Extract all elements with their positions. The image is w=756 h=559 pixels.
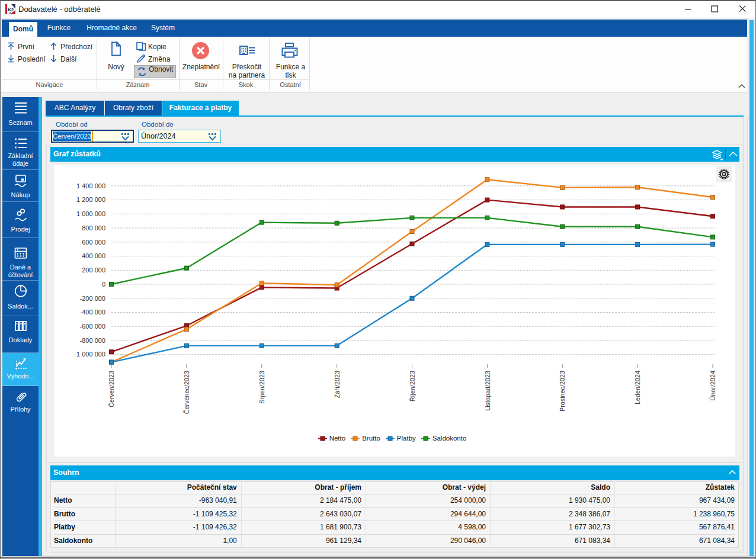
svg-text:1 000 000: 1 000 000 — [76, 210, 105, 217]
svg-text:1 200 000: 1 200 000 — [76, 196, 105, 203]
svg-text:Září/2023: Září/2023 — [334, 371, 341, 398]
svg-text:Říjen/2023: Říjen/2023 — [409, 371, 416, 401]
svg-text:Listopad/2023: Listopad/2023 — [484, 371, 491, 411]
svg-text:Leden/2024: Leden/2024 — [634, 371, 641, 404]
svg-text:Únor/2024: Únor/2024 — [709, 371, 716, 400]
svg-text:800 000: 800 000 — [82, 224, 105, 232]
svg-text:K2: K2 — [8, 7, 14, 12]
svg-text:Červenec/2023: Červenec/2023 — [183, 371, 190, 414]
svg-text:Červen/2023: Červen/2023 — [108, 371, 115, 407]
svg-text:-200 000: -200 000 — [80, 295, 105, 302]
svg-text:-600 000: -600 000 — [80, 323, 105, 330]
svg-text:Srpen/2023: Srpen/2023 — [258, 371, 265, 404]
svg-text:1 400 000: 1 400 000 — [76, 182, 105, 189]
svg-text:400 000: 400 000 — [82, 252, 105, 259]
svg-text:200 000: 200 000 — [82, 266, 105, 274]
svg-text:600 000: 600 000 — [82, 239, 105, 246]
svg-text:-1 000 000: -1 000 000 — [74, 351, 105, 358]
svg-text:Prosinec/2023: Prosinec/2023 — [559, 371, 566, 412]
svg-text:0: 0 — [102, 281, 105, 288]
svg-text:-400 000: -400 000 — [80, 309, 105, 316]
svg-text:-800 000: -800 000 — [80, 337, 105, 344]
